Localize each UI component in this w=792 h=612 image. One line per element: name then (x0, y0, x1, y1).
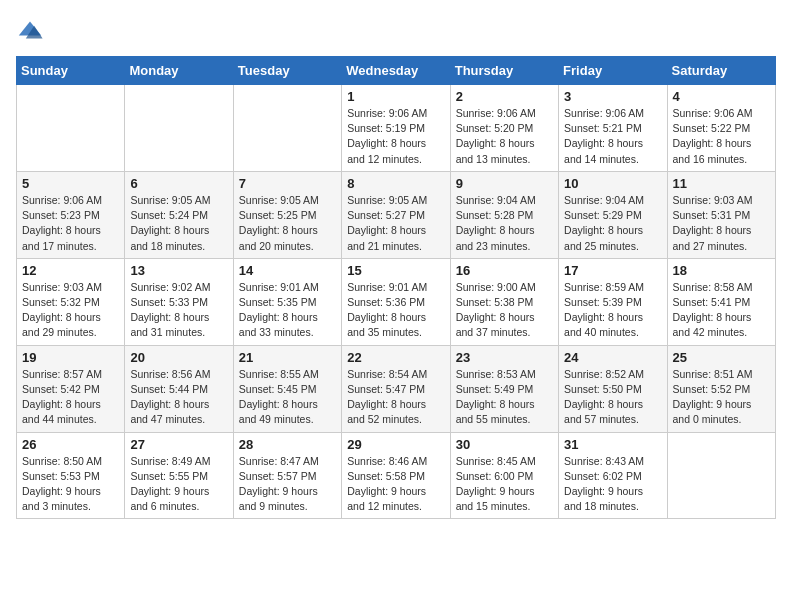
day-info: Sunrise: 9:06 AM Sunset: 5:20 PM Dayligh… (456, 106, 553, 167)
logo-icon (16, 16, 44, 44)
sunset-label: Sunset: 5:38 PM (456, 296, 534, 308)
calendar-cell (233, 85, 341, 172)
calendar-cell (667, 432, 775, 519)
daylight-label: Daylight: 8 hours and 14 minutes. (564, 137, 643, 164)
calendar-cell: 28 Sunrise: 8:47 AM Sunset: 5:57 PM Dayl… (233, 432, 341, 519)
sunrise-label: Sunrise: 9:00 AM (456, 281, 536, 293)
sunset-label: Sunset: 5:20 PM (456, 122, 534, 134)
weekday-header-saturday: Saturday (667, 57, 775, 85)
calendar-cell: 12 Sunrise: 9:03 AM Sunset: 5:32 PM Dayl… (17, 258, 125, 345)
sunset-label: Sunset: 5:44 PM (130, 383, 208, 395)
calendar-week-5: 26 Sunrise: 8:50 AM Sunset: 5:53 PM Dayl… (17, 432, 776, 519)
sunrise-label: Sunrise: 8:45 AM (456, 455, 536, 467)
day-number: 22 (347, 350, 444, 365)
calendar-cell: 20 Sunrise: 8:56 AM Sunset: 5:44 PM Dayl… (125, 345, 233, 432)
calendar-cell: 4 Sunrise: 9:06 AM Sunset: 5:22 PM Dayli… (667, 85, 775, 172)
day-number: 30 (456, 437, 553, 452)
daylight-label: Daylight: 9 hours and 15 minutes. (456, 485, 535, 512)
calendar-cell: 27 Sunrise: 8:49 AM Sunset: 5:55 PM Dayl… (125, 432, 233, 519)
sunset-label: Sunset: 5:35 PM (239, 296, 317, 308)
day-number: 26 (22, 437, 119, 452)
sunset-label: Sunset: 5:52 PM (673, 383, 751, 395)
day-info: Sunrise: 8:50 AM Sunset: 5:53 PM Dayligh… (22, 454, 119, 515)
day-info: Sunrise: 8:47 AM Sunset: 5:57 PM Dayligh… (239, 454, 336, 515)
calendar-cell: 16 Sunrise: 9:00 AM Sunset: 5:38 PM Dayl… (450, 258, 558, 345)
sunset-label: Sunset: 5:28 PM (456, 209, 534, 221)
calendar-cell (17, 85, 125, 172)
calendar-cell: 19 Sunrise: 8:57 AM Sunset: 5:42 PM Dayl… (17, 345, 125, 432)
sunset-label: Sunset: 5:49 PM (456, 383, 534, 395)
sunrise-label: Sunrise: 9:02 AM (130, 281, 210, 293)
sunrise-label: Sunrise: 9:05 AM (239, 194, 319, 206)
calendar-cell: 8 Sunrise: 9:05 AM Sunset: 5:27 PM Dayli… (342, 171, 450, 258)
day-info: Sunrise: 8:55 AM Sunset: 5:45 PM Dayligh… (239, 367, 336, 428)
day-number: 10 (564, 176, 661, 191)
calendar-cell: 24 Sunrise: 8:52 AM Sunset: 5:50 PM Dayl… (559, 345, 667, 432)
day-info: Sunrise: 8:49 AM Sunset: 5:55 PM Dayligh… (130, 454, 227, 515)
calendar-cell: 9 Sunrise: 9:04 AM Sunset: 5:28 PM Dayli… (450, 171, 558, 258)
day-number: 12 (22, 263, 119, 278)
day-info: Sunrise: 8:54 AM Sunset: 5:47 PM Dayligh… (347, 367, 444, 428)
sunrise-label: Sunrise: 9:05 AM (347, 194, 427, 206)
day-number: 18 (673, 263, 770, 278)
daylight-label: Daylight: 8 hours and 42 minutes. (673, 311, 752, 338)
logo (16, 16, 48, 44)
day-number: 13 (130, 263, 227, 278)
daylight-label: Daylight: 8 hours and 21 minutes. (347, 224, 426, 251)
sunset-label: Sunset: 5:42 PM (22, 383, 100, 395)
calendar-cell: 6 Sunrise: 9:05 AM Sunset: 5:24 PM Dayli… (125, 171, 233, 258)
day-info: Sunrise: 9:06 AM Sunset: 5:23 PM Dayligh… (22, 193, 119, 254)
day-info: Sunrise: 8:57 AM Sunset: 5:42 PM Dayligh… (22, 367, 119, 428)
day-info: Sunrise: 8:45 AM Sunset: 6:00 PM Dayligh… (456, 454, 553, 515)
weekday-header-row: SundayMondayTuesdayWednesdayThursdayFrid… (17, 57, 776, 85)
sunrise-label: Sunrise: 9:01 AM (347, 281, 427, 293)
daylight-label: Daylight: 8 hours and 55 minutes. (456, 398, 535, 425)
calendar-cell: 3 Sunrise: 9:06 AM Sunset: 5:21 PM Dayli… (559, 85, 667, 172)
sunset-label: Sunset: 5:58 PM (347, 470, 425, 482)
day-info: Sunrise: 8:52 AM Sunset: 5:50 PM Dayligh… (564, 367, 661, 428)
calendar-cell: 17 Sunrise: 8:59 AM Sunset: 5:39 PM Dayl… (559, 258, 667, 345)
daylight-label: Daylight: 8 hours and 12 minutes. (347, 137, 426, 164)
sunrise-label: Sunrise: 9:04 AM (456, 194, 536, 206)
calendar-cell: 26 Sunrise: 8:50 AM Sunset: 5:53 PM Dayl… (17, 432, 125, 519)
sunrise-label: Sunrise: 8:47 AM (239, 455, 319, 467)
day-info: Sunrise: 9:05 AM Sunset: 5:27 PM Dayligh… (347, 193, 444, 254)
weekday-header-tuesday: Tuesday (233, 57, 341, 85)
sunset-label: Sunset: 5:36 PM (347, 296, 425, 308)
day-number: 21 (239, 350, 336, 365)
sunset-label: Sunset: 5:45 PM (239, 383, 317, 395)
sunset-label: Sunset: 5:21 PM (564, 122, 642, 134)
daylight-label: Daylight: 9 hours and 3 minutes. (22, 485, 101, 512)
day-number: 7 (239, 176, 336, 191)
day-number: 1 (347, 89, 444, 104)
sunrise-label: Sunrise: 8:54 AM (347, 368, 427, 380)
weekday-header-monday: Monday (125, 57, 233, 85)
calendar-week-2: 5 Sunrise: 9:06 AM Sunset: 5:23 PM Dayli… (17, 171, 776, 258)
calendar-cell: 2 Sunrise: 9:06 AM Sunset: 5:20 PM Dayli… (450, 85, 558, 172)
sunset-label: Sunset: 5:50 PM (564, 383, 642, 395)
day-info: Sunrise: 8:58 AM Sunset: 5:41 PM Dayligh… (673, 280, 770, 341)
sunrise-label: Sunrise: 9:06 AM (564, 107, 644, 119)
sunrise-label: Sunrise: 9:04 AM (564, 194, 644, 206)
sunrise-label: Sunrise: 8:58 AM (673, 281, 753, 293)
sunrise-label: Sunrise: 8:50 AM (22, 455, 102, 467)
day-number: 27 (130, 437, 227, 452)
day-number: 6 (130, 176, 227, 191)
calendar-cell (125, 85, 233, 172)
sunrise-label: Sunrise: 9:06 AM (347, 107, 427, 119)
calendar-cell: 15 Sunrise: 9:01 AM Sunset: 5:36 PM Dayl… (342, 258, 450, 345)
day-number: 15 (347, 263, 444, 278)
day-number: 24 (564, 350, 661, 365)
calendar-cell: 22 Sunrise: 8:54 AM Sunset: 5:47 PM Dayl… (342, 345, 450, 432)
day-number: 23 (456, 350, 553, 365)
sunset-label: Sunset: 5:27 PM (347, 209, 425, 221)
daylight-label: Daylight: 8 hours and 17 minutes. (22, 224, 101, 251)
calendar-cell: 10 Sunrise: 9:04 AM Sunset: 5:29 PM Dayl… (559, 171, 667, 258)
day-info: Sunrise: 9:03 AM Sunset: 5:32 PM Dayligh… (22, 280, 119, 341)
sunset-label: Sunset: 5:33 PM (130, 296, 208, 308)
day-number: 5 (22, 176, 119, 191)
calendar-cell: 13 Sunrise: 9:02 AM Sunset: 5:33 PM Dayl… (125, 258, 233, 345)
day-info: Sunrise: 8:51 AM Sunset: 5:52 PM Dayligh… (673, 367, 770, 428)
sunset-label: Sunset: 5:22 PM (673, 122, 751, 134)
day-info: Sunrise: 9:04 AM Sunset: 5:28 PM Dayligh… (456, 193, 553, 254)
